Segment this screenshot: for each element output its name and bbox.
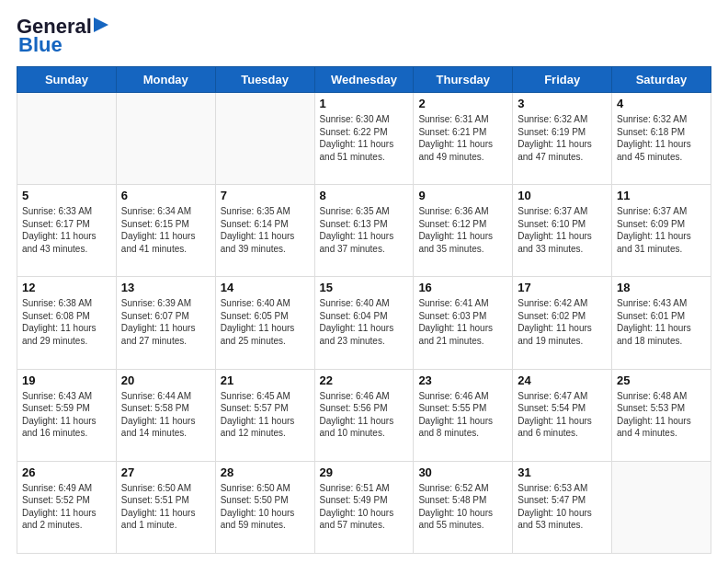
- calendar-cell: 13Sunrise: 6:39 AM Sunset: 6:07 PM Dayli…: [116, 277, 215, 369]
- day-number: 23: [418, 373, 507, 387]
- day-number: 18: [617, 281, 706, 294]
- cell-text: Sunrise: 6:43 AM Sunset: 5:59 PM Dayligh…: [22, 390, 111, 440]
- logo-arrow-icon: [94, 16, 114, 34]
- cell-text: Sunrise: 6:53 AM Sunset: 5:47 PM Dayligh…: [518, 482, 607, 532]
- calendar-cell: 12Sunrise: 6:38 AM Sunset: 6:08 PM Dayli…: [17, 277, 117, 369]
- cell-text: Sunrise: 6:30 AM Sunset: 6:22 PM Dayligh…: [320, 113, 409, 163]
- day-number: 19: [22, 373, 111, 387]
- day-number: 8: [320, 189, 409, 202]
- day-number: 25: [617, 373, 706, 387]
- day-number: 20: [121, 373, 210, 387]
- day-number: 2: [418, 97, 507, 110]
- calendar-table: SundayMondayTuesdayWednesdayThursdayFrid…: [17, 66, 711, 554]
- calendar-cell: 6Sunrise: 6:34 AM Sunset: 6:15 PM Daylig…: [116, 185, 215, 277]
- day-number: 31: [518, 465, 607, 479]
- day-number: 10: [518, 189, 607, 202]
- svg-marker-0: [94, 17, 108, 32]
- day-number: 13: [121, 281, 210, 294]
- calendar-cell: 28Sunrise: 6:50 AM Sunset: 5:50 PM Dayli…: [215, 461, 314, 553]
- weekday-header-thursday: Thursday: [414, 67, 513, 93]
- day-number: 17: [518, 281, 607, 294]
- week-row-2: 5Sunrise: 6:33 AM Sunset: 6:17 PM Daylig…: [17, 185, 711, 277]
- calendar-cell: 27Sunrise: 6:50 AM Sunset: 5:51 PM Dayli…: [116, 461, 215, 553]
- cell-text: Sunrise: 6:52 AM Sunset: 5:48 PM Dayligh…: [418, 482, 507, 532]
- cell-text: Sunrise: 6:34 AM Sunset: 6:15 PM Dayligh…: [121, 205, 210, 255]
- cell-text: Sunrise: 6:35 AM Sunset: 6:13 PM Dayligh…: [320, 205, 409, 255]
- cell-text: Sunrise: 6:32 AM Sunset: 6:19 PM Dayligh…: [518, 113, 607, 163]
- week-row-4: 19Sunrise: 6:43 AM Sunset: 5:59 PM Dayli…: [17, 369, 711, 461]
- cell-text: Sunrise: 6:49 AM Sunset: 5:52 PM Dayligh…: [22, 482, 111, 532]
- day-number: 26: [22, 465, 111, 479]
- calendar-cell: 29Sunrise: 6:51 AM Sunset: 5:49 PM Dayli…: [314, 461, 414, 553]
- day-number: 27: [121, 465, 210, 479]
- day-number: 11: [617, 189, 706, 202]
- calendar-cell: 31Sunrise: 6:53 AM Sunset: 5:47 PM Dayli…: [513, 461, 612, 553]
- day-number: 1: [320, 97, 409, 110]
- calendar-cell: 20Sunrise: 6:44 AM Sunset: 5:58 PM Dayli…: [116, 369, 215, 461]
- weekday-header-friday: Friday: [513, 67, 612, 93]
- calendar-cell: 9Sunrise: 6:36 AM Sunset: 6:12 PM Daylig…: [414, 185, 513, 277]
- cell-text: Sunrise: 6:32 AM Sunset: 6:18 PM Dayligh…: [617, 113, 706, 163]
- weekday-header-tuesday: Tuesday: [215, 67, 314, 93]
- weekday-header-wednesday: Wednesday: [314, 67, 414, 93]
- cell-text: Sunrise: 6:41 AM Sunset: 6:03 PM Dayligh…: [418, 297, 507, 347]
- calendar-cell: 19Sunrise: 6:43 AM Sunset: 5:59 PM Dayli…: [17, 369, 117, 461]
- cell-text: Sunrise: 6:37 AM Sunset: 6:09 PM Dayligh…: [617, 205, 706, 255]
- cell-text: Sunrise: 6:35 AM Sunset: 6:14 PM Dayligh…: [221, 205, 310, 255]
- calendar-cell: 21Sunrise: 6:45 AM Sunset: 5:57 PM Dayli…: [215, 369, 314, 461]
- calendar-cell: 11Sunrise: 6:37 AM Sunset: 6:09 PM Dayli…: [612, 185, 711, 277]
- calendar-cell: 25Sunrise: 6:48 AM Sunset: 5:53 PM Dayli…: [612, 369, 711, 461]
- cell-text: Sunrise: 6:50 AM Sunset: 5:51 PM Dayligh…: [121, 482, 210, 532]
- cell-text: Sunrise: 6:48 AM Sunset: 5:53 PM Dayligh…: [617, 390, 706, 440]
- cell-text: Sunrise: 6:45 AM Sunset: 5:57 PM Dayligh…: [221, 390, 310, 440]
- cell-text: Sunrise: 6:51 AM Sunset: 5:49 PM Dayligh…: [320, 482, 409, 532]
- cell-text: Sunrise: 6:47 AM Sunset: 5:54 PM Dayligh…: [518, 390, 607, 440]
- weekday-header-sunday: Sunday: [17, 67, 117, 93]
- weekday-header-row: SundayMondayTuesdayWednesdayThursdayFrid…: [17, 67, 711, 93]
- day-number: 4: [617, 97, 706, 110]
- calendar-cell: 30Sunrise: 6:52 AM Sunset: 5:48 PM Dayli…: [414, 461, 513, 553]
- calendar-cell: 14Sunrise: 6:40 AM Sunset: 6:05 PM Dayli…: [215, 277, 314, 369]
- cell-text: Sunrise: 6:39 AM Sunset: 6:07 PM Dayligh…: [121, 297, 210, 347]
- weekday-header-saturday: Saturday: [612, 67, 711, 93]
- cell-text: Sunrise: 6:40 AM Sunset: 6:04 PM Dayligh…: [320, 297, 409, 347]
- cell-text: Sunrise: 6:36 AM Sunset: 6:12 PM Dayligh…: [418, 205, 507, 255]
- cell-text: Sunrise: 6:50 AM Sunset: 5:50 PM Dayligh…: [221, 482, 310, 532]
- calendar-cell: [612, 461, 711, 553]
- cell-text: Sunrise: 6:31 AM Sunset: 6:21 PM Dayligh…: [418, 113, 507, 163]
- day-number: 16: [418, 281, 507, 294]
- calendar-cell: 17Sunrise: 6:42 AM Sunset: 6:02 PM Dayli…: [513, 277, 612, 369]
- calendar-cell: [215, 93, 314, 185]
- day-number: 24: [518, 373, 607, 387]
- calendar-cell: 5Sunrise: 6:33 AM Sunset: 6:17 PM Daylig…: [17, 185, 117, 277]
- calendar-cell: 26Sunrise: 6:49 AM Sunset: 5:52 PM Dayli…: [17, 461, 117, 553]
- day-number: 5: [22, 189, 111, 202]
- header: General Blue: [17, 17, 711, 57]
- cell-text: Sunrise: 6:37 AM Sunset: 6:10 PM Dayligh…: [518, 205, 607, 255]
- day-number: 12: [22, 281, 111, 294]
- calendar-cell: 7Sunrise: 6:35 AM Sunset: 6:14 PM Daylig…: [215, 185, 314, 277]
- cell-text: Sunrise: 6:46 AM Sunset: 5:55 PM Dayligh…: [418, 390, 507, 440]
- cell-text: Sunrise: 6:44 AM Sunset: 5:58 PM Dayligh…: [121, 390, 210, 440]
- cell-text: Sunrise: 6:43 AM Sunset: 6:01 PM Dayligh…: [617, 297, 706, 347]
- calendar-cell: 23Sunrise: 6:46 AM Sunset: 5:55 PM Dayli…: [414, 369, 513, 461]
- page: General Blue SundayMondayTuesdayWednesda…: [0, 0, 728, 563]
- day-number: 7: [221, 189, 310, 202]
- day-number: 6: [121, 189, 210, 202]
- week-row-5: 26Sunrise: 6:49 AM Sunset: 5:52 PM Dayli…: [17, 461, 711, 553]
- calendar-cell: 10Sunrise: 6:37 AM Sunset: 6:10 PM Dayli…: [513, 185, 612, 277]
- day-number: 14: [221, 281, 310, 294]
- calendar-cell: 4Sunrise: 6:32 AM Sunset: 6:18 PM Daylig…: [612, 93, 711, 185]
- cell-text: Sunrise: 6:33 AM Sunset: 6:17 PM Dayligh…: [22, 205, 111, 255]
- day-number: 9: [418, 189, 507, 202]
- week-row-1: 1Sunrise: 6:30 AM Sunset: 6:22 PM Daylig…: [17, 93, 711, 185]
- weekday-header-monday: Monday: [116, 67, 215, 93]
- day-number: 15: [320, 281, 409, 294]
- calendar-cell: 18Sunrise: 6:43 AM Sunset: 6:01 PM Dayli…: [612, 277, 711, 369]
- calendar-cell: 3Sunrise: 6:32 AM Sunset: 6:19 PM Daylig…: [513, 93, 612, 185]
- cell-text: Sunrise: 6:46 AM Sunset: 5:56 PM Dayligh…: [320, 390, 409, 440]
- calendar-cell: 24Sunrise: 6:47 AM Sunset: 5:54 PM Dayli…: [513, 369, 612, 461]
- day-number: 29: [320, 465, 409, 479]
- day-number: 21: [221, 373, 310, 387]
- cell-text: Sunrise: 6:42 AM Sunset: 6:02 PM Dayligh…: [518, 297, 607, 347]
